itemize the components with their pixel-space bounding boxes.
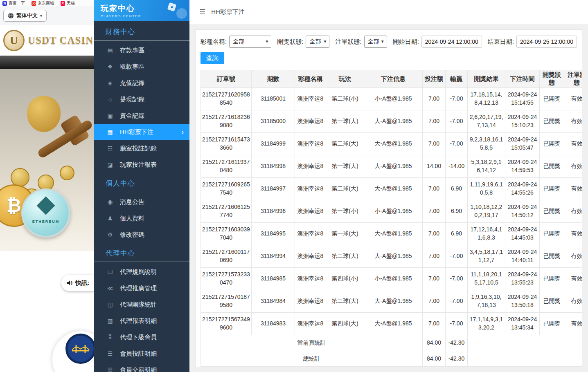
sidebar-item-label: 玩家投注報表 bbox=[120, 161, 157, 169]
site-logo[interactable]: U USDT CASINO bbox=[0, 25, 94, 56]
site-logo-text: USDT CASINO bbox=[28, 35, 94, 46]
lottery-name: 澳洲幸运8 bbox=[295, 88, 326, 110]
play-type: 第二球(小) bbox=[326, 88, 364, 110]
table-row: 215217271603039704031184995澳洲幸运8第一球(大)大-… bbox=[201, 223, 583, 245]
bet-info: 小-A盤@1.985 bbox=[364, 200, 423, 223]
chevron-right-icon: › bbox=[181, 128, 184, 136]
page-total-row: 當前頁統計84.00-42.30 bbox=[201, 335, 583, 351]
order-status-select[interactable]: 全部 ▼ bbox=[364, 36, 387, 48]
sidebar-item-funds-record[interactable]: ▣資金記錄 bbox=[94, 108, 189, 124]
end-date-input[interactable] bbox=[516, 36, 577, 48]
order-status: 有效 bbox=[564, 313, 583, 335]
language-selector[interactable]: 繁体中文 ▾ bbox=[3, 10, 47, 22]
ethereum-coin-icon: ETHEREUM bbox=[21, 188, 70, 238]
play-type: 第一球(大) bbox=[326, 110, 364, 133]
section-title: 財務中心 bbox=[94, 21, 189, 40]
draw-status-select[interactable]: 全部 ▼ bbox=[306, 36, 329, 48]
bet-time: 2024-09-24 13:50:18 bbox=[505, 290, 540, 313]
period-number: 31184983 bbox=[252, 313, 295, 335]
member-bet-icon: ☰ bbox=[106, 350, 114, 357]
sidebar-item-label: 會員投註明細 bbox=[120, 350, 157, 358]
filter-bar: 彩種名稱: 全部 ▼ 開獎狀態: 全部 ▼ 注單狀態: 全部 ▼ bbox=[201, 36, 577, 48]
bet-time: 2024-09-24 13:45:34 bbox=[505, 313, 540, 335]
sidebar-item-agent-team[interactable]: ◫代理團隊統計 bbox=[94, 296, 189, 313]
search-button[interactable]: 查詢 bbox=[201, 52, 224, 64]
sidebar-item-withdrawal-record[interactable]: ⌂提現記錄 bbox=[94, 91, 189, 108]
column-header: 投注額 bbox=[423, 70, 446, 88]
table-row: 215217271611937048031184998澳洲幸运8第一球(大)大-… bbox=[201, 155, 583, 178]
period-number: 31184997 bbox=[252, 178, 295, 200]
bookmark-label: 天猫 bbox=[67, 0, 75, 6]
sidebar-item-label: 存款專區 bbox=[120, 47, 144, 54]
column-header: 玩法 bbox=[326, 70, 364, 88]
bet-time: 2024-09-24 14:55:26 bbox=[505, 178, 540, 200]
order-number: 2152172716119370480 bbox=[201, 155, 252, 178]
sidebar-item-member-bet[interactable]: ☰會員投註明細 bbox=[94, 345, 189, 362]
draw-status: 已開獎 bbox=[540, 200, 564, 223]
sidebar-item-room-bet-record[interactable]: ☷廳室投註記錄 bbox=[94, 140, 189, 157]
sidebar-item-password[interactable]: ⚙修改密碼 bbox=[94, 226, 189, 243]
period-number: 31184996 bbox=[252, 200, 295, 223]
sidebar-item-label: 修改密碼 bbox=[120, 231, 144, 239]
bookmark-item[interactable]: 百百度一下 bbox=[2, 0, 25, 6]
lottery-name: 澳洲幸运8 bbox=[295, 223, 326, 245]
draw-result: 1,10,18,12,20,2,19,17 bbox=[468, 200, 505, 223]
bookmark-item[interactable]: JD京东商城 bbox=[32, 0, 54, 6]
draw-result: 11,1,18,20,15,17,10,5 bbox=[468, 268, 505, 290]
column-header: 下注信息 bbox=[364, 70, 423, 88]
win-loss: 6.90 bbox=[446, 178, 468, 200]
order-number: 2152172715701879580 bbox=[201, 290, 252, 313]
start-date-input[interactable] bbox=[421, 36, 482, 48]
win-loss: -7.00 bbox=[446, 88, 468, 110]
sidebar-item-profile[interactable]: ♟個人資料 bbox=[94, 210, 189, 226]
order-number: 2152172716092657540 bbox=[201, 178, 252, 200]
win-loss: -14.00 bbox=[446, 155, 468, 178]
language-bar: 繁体中文 ▾ bbox=[0, 6, 94, 25]
bet-info: 大-A盤@1.985 bbox=[364, 133, 423, 155]
speaker-icon bbox=[66, 280, 73, 286]
column-header: 輸贏 bbox=[446, 70, 468, 88]
sidebar-item-label: 取款專區 bbox=[120, 63, 144, 71]
sidebar-item-member-transaction[interactable]: ☱會員交易明細 bbox=[94, 362, 189, 372]
floating-widget[interactable] bbox=[52, 331, 94, 372]
news-ticker[interactable]: 快訊: bbox=[61, 275, 94, 291]
announcement-icon: ◉ bbox=[106, 199, 114, 205]
sidebar-item-label: HH彩票下注 bbox=[120, 128, 153, 136]
order-status: 有效 bbox=[564, 200, 583, 223]
draw-status: 已開獎 bbox=[540, 223, 564, 245]
sidebar-item-agent-members[interactable]: ⁑代理下級會員 bbox=[94, 329, 189, 345]
bet-amount: 7.00 bbox=[423, 223, 446, 245]
bookmark-item[interactable]: 天天猫 bbox=[61, 0, 75, 6]
bridge-logo-icon bbox=[65, 334, 94, 364]
bet-amount: 7.00 bbox=[423, 245, 446, 268]
member-transaction-icon: ☱ bbox=[106, 367, 114, 372]
order-status: 有效 bbox=[564, 223, 583, 245]
column-header: 注單狀態 bbox=[564, 70, 583, 88]
sidebar-item-recharge-record[interactable]: ◈充值記錄 bbox=[94, 75, 189, 91]
lottery-select[interactable]: 全部 ▼ bbox=[229, 36, 271, 48]
draw-result: 1,11,9,19,6,10,5,8 bbox=[468, 178, 505, 200]
sidebar-item-lottery-bet[interactable]: ▦HH彩票下注› bbox=[94, 124, 189, 140]
sidebar-item-label: 充值記錄 bbox=[120, 79, 144, 87]
sidebar-item-player-report[interactable]: ◪玩家投注報表 bbox=[94, 157, 189, 173]
sidebar-item-withdraw-zone[interactable]: ❖取款專區 bbox=[94, 58, 189, 75]
gold-coin-decoration bbox=[60, 166, 74, 180]
sidebar: 玩家中心 PLAYERS CENTER 財務中心▤存款專區❖取款專區◈充值記錄⌂… bbox=[94, 0, 189, 372]
bet-amount: 7.00 bbox=[423, 268, 446, 290]
bet-time: 2024-09-24 15:14:55 bbox=[505, 88, 540, 110]
draw-status: 已開獎 bbox=[540, 110, 564, 133]
sidebar-item-agent-report[interactable]: ▥代理報表明細 bbox=[94, 313, 189, 329]
sidebar-item-deposit-zone[interactable]: ▤存款專區 bbox=[94, 42, 189, 58]
grand-total-win-loss: -42.30 bbox=[446, 351, 468, 367]
menu-toggle-icon[interactable]: ☰ bbox=[199, 8, 205, 16]
background-page: 百百度一下JD京东商城天天猫 繁体中文 ▾ U USDT CASINO bbox=[0, 0, 94, 372]
play-type: 第一球(大) bbox=[326, 223, 364, 245]
topbar: ☰ HH彩票下注 bbox=[189, 0, 588, 25]
order-status: 有效 bbox=[564, 268, 583, 290]
period-number: 31184985 bbox=[252, 268, 295, 290]
sidebar-item-agent-rules[interactable]: ❏代理規則說明 bbox=[94, 264, 189, 280]
sidebar-item-announcement[interactable]: ◉消息公告 bbox=[94, 194, 189, 210]
bet-time: 2024-09-24 14:50:12 bbox=[505, 200, 540, 223]
sidebar-item-agent-promo[interactable]: ≪代理推廣管理 bbox=[94, 280, 189, 296]
win-loss: -7.00 bbox=[446, 313, 468, 335]
